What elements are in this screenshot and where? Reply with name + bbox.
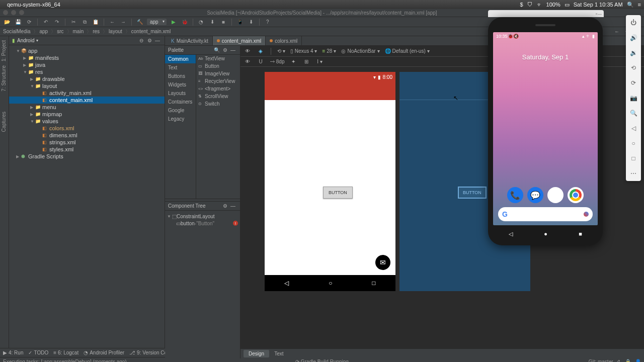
bc-layout[interactable]: layout — [109, 29, 122, 34]
tree-dimens[interactable]: ◧dimens.xml — [9, 132, 165, 139]
sync-icon[interactable]: ⟳ — [25, 18, 33, 26]
cut-icon[interactable]: ✂ — [69, 18, 77, 26]
forward-icon[interactable]: → — [119, 18, 127, 26]
menubar-datetime[interactable]: Sat Sep 1 10:35 AM — [574, 2, 623, 8]
pal-cat-buttons[interactable]: Buttons — [165, 72, 196, 80]
margin-selector[interactable]: 🡒 8dp — [270, 59, 284, 64]
design-preview[interactable]: ▾ ▮ 8:00 BUTTON ✉ ◁ ○ □ — [265, 72, 395, 291]
tree-values[interactable]: ▼📁values — [9, 118, 165, 125]
project-view-selector[interactable]: Android — [17, 38, 34, 43]
tw-run[interactable]: ▶ 4: Run — [3, 350, 23, 355]
volume-up-icon[interactable]: 🔊 — [629, 33, 638, 42]
mic-icon[interactable] — [584, 212, 589, 217]
app-menu[interactable]: qemu-system-x86_64 — [7, 2, 60, 8]
palette-search-icon[interactable]: 🔍 — [213, 46, 221, 54]
open-icon[interactable]: 📂 — [3, 18, 11, 26]
tw-logcat[interactable]: ≡ 6: Logcat — [53, 350, 78, 355]
preview-content[interactable]: BUTTON ✉ — [265, 100, 395, 275]
pal-cat-layouts[interactable]: Layouts — [165, 89, 196, 98]
emu-back-btn-icon[interactable]: ◁ — [629, 124, 638, 133]
bc-res[interactable]: res — [93, 29, 100, 34]
pal-cat-google[interactable]: Google — [165, 106, 196, 115]
rotate-right-icon[interactable]: ⟳ — [629, 78, 638, 87]
theme-selector[interactable]: ◎ NoActionBar ▾ — [341, 48, 379, 54]
camera-icon[interactable]: 📷 — [629, 94, 638, 103]
tree-drawable[interactable]: ▶📁drawable — [9, 75, 165, 82]
pal-cat-widgets[interactable]: Widgets — [165, 80, 196, 89]
emu-recent-icon[interactable]: ■ — [579, 231, 582, 237]
tree-gradle[interactable]: ▶⬢Gradle Scripts — [9, 153, 165, 160]
attach-icon[interactable]: ⬇ — [208, 18, 216, 26]
zoom-icon[interactable]: 🔍 — [629, 109, 638, 118]
gear-icon[interactable]: ⚙ — [145, 37, 153, 45]
chrome-app-icon[interactable] — [568, 187, 584, 203]
nav-prev-icon[interactable]: ← — [613, 28, 621, 36]
eye-icon[interactable]: 👁 — [244, 47, 252, 55]
tree-layout[interactable]: ▼📁layout — [9, 82, 165, 89]
tree-java[interactable]: ▶📁java — [9, 61, 165, 68]
notifications-icon[interactable]: ≡ — [638, 2, 641, 8]
pal-switch[interactable]: ⊙Switch — [196, 100, 240, 108]
tree-colors[interactable]: ◧colors.xml — [9, 125, 165, 132]
pal-textview[interactable]: AbTextView — [196, 55, 240, 62]
window-controls[interactable] — [3, 10, 24, 15]
gutter-structure[interactable]: 7: Structure — [1, 65, 7, 92]
ct-button[interactable]: ▭ button - "Button" ! — [167, 220, 238, 227]
emulator-minimize-icon[interactable]: — — [598, 12, 602, 16]
ct-constraintlayout[interactable]: ▼⬚ ConstraintLayout — [167, 213, 238, 220]
tree-content-main[interactable]: ◧content_main.xml — [9, 97, 165, 104]
tree-styles[interactable]: ◧styles.xml — [9, 146, 165, 153]
pack-icon[interactable]: ⊞ — [302, 58, 310, 66]
pal-imageview[interactable]: 🖼ImageView — [196, 70, 240, 77]
build-icon[interactable]: 🔨 — [136, 18, 144, 26]
wifi-icon[interactable]: ᯤ — [537, 2, 542, 8]
preview-button[interactable]: BUTTON — [323, 187, 353, 199]
gutter-project[interactable]: 1: Project — [1, 40, 7, 61]
device-selector[interactable]: ▯ Nexus 4 ▾ — [290, 48, 317, 54]
blueprint-button[interactable]: BUTTON — [458, 187, 487, 199]
gutter-captures[interactable]: Captures — [1, 112, 7, 132]
tw-profiler[interactable]: ◔ Android Profiler — [84, 350, 124, 355]
bc-src[interactable]: src — [57, 29, 63, 34]
volume-down-icon[interactable]: 🔉 — [629, 48, 638, 57]
pal-scrollview[interactable]: ⇅ScrollView — [196, 93, 240, 100]
project-tree[interactable]: ▼📦app ▶📁manifests ▶📁java ▼📁res ▶📁drawabl… — [9, 45, 165, 162]
undo-icon[interactable]: ↶ — [42, 18, 50, 26]
layers-icon[interactable]: ◈ — [257, 47, 265, 55]
copy-icon[interactable]: ⧉ — [80, 18, 89, 26]
stop-icon[interactable]: ■ — [219, 18, 227, 26]
dollar-icon[interactable]: $ — [520, 2, 523, 8]
avd-icon[interactable]: 📱 — [236, 18, 244, 26]
bc-app[interactable]: app — [39, 29, 48, 34]
tab-mainactivity[interactable]: KMainActivity.kt — [167, 36, 213, 45]
paste-icon[interactable]: 📋 — [92, 18, 100, 26]
orientation-icon[interactable]: ⟲ ▾ — [277, 48, 285, 54]
ct-hide-icon[interactable]: — — [229, 202, 237, 210]
emu-home-icon[interactable]: ● — [544, 231, 547, 237]
api-selector[interactable]: ≡ 28 ▾ — [322, 48, 336, 54]
pal-cat-text[interactable]: Text — [165, 63, 196, 72]
tab-text[interactable]: Text — [269, 350, 288, 357]
google-search-bar[interactable]: G — [498, 207, 593, 221]
rotate-left-icon[interactable]: ⟲ — [629, 63, 638, 72]
messages-app-icon[interactable]: 💬 — [527, 187, 543, 203]
pal-cat-common[interactable]: Common — [165, 55, 196, 63]
ct-gear-icon[interactable]: ⚙ — [221, 202, 229, 210]
tab-content-main[interactable]: content_main.xml — [213, 36, 266, 45]
profiler-icon[interactable]: ◔ — [197, 18, 205, 26]
pal-fragment[interactable]: <><fragment> — [196, 85, 240, 93]
tree-mipmap[interactable]: ▶📁mipmap — [9, 111, 165, 118]
tab-colors[interactable]: colors.xml — [266, 36, 302, 45]
redo-icon[interactable]: ↷ — [53, 18, 61, 26]
emulator-screen[interactable]: 10:35 🐞 🔇 ▴ ᯤ ▮ Saturday, Sep 1 📞 💬 G — [493, 32, 598, 225]
tree-menu[interactable]: ▶📁menu — [9, 104, 165, 111]
infer-icon[interactable]: ✦ — [289, 58, 297, 66]
status-git[interactable]: Git: master ⎇ 🔒 👤 — [589, 359, 641, 362]
pal-cat-legacy[interactable]: Legacy — [165, 115, 196, 123]
tree-manifests[interactable]: ▶📁manifests — [9, 54, 165, 61]
power-icon[interactable]: ⏻ — [629, 18, 638, 27]
sdk-icon[interactable]: ⬇ — [247, 18, 255, 26]
save-icon[interactable]: 💾 — [14, 18, 22, 26]
run-icon[interactable]: ▶ — [170, 18, 178, 26]
tw-todo[interactable]: ✓ TODO — [28, 350, 48, 355]
